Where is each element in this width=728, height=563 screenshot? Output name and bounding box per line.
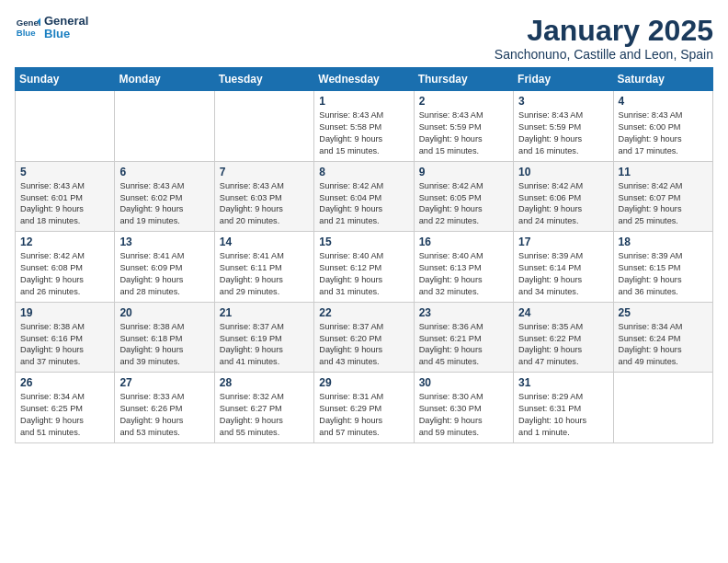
calendar-cell-w3-d2: 13Sunrise: 8:41 AM Sunset: 6:09 PM Dayli… xyxy=(115,232,214,303)
day-number-14: 14 xyxy=(220,236,309,248)
day-number-10: 10 xyxy=(518,166,608,178)
calendar-week-1: 1Sunrise: 8:43 AM Sunset: 5:58 PM Daylig… xyxy=(16,91,713,162)
calendar-cell-w5-d5: 30Sunrise: 8:30 AM Sunset: 6:30 PM Dayli… xyxy=(414,373,513,443)
day-info-10: Sunrise: 8:42 AM Sunset: 6:06 PM Dayligh… xyxy=(518,180,608,228)
calendar-cell-w5-d7 xyxy=(613,373,712,443)
day-number-13: 13 xyxy=(119,236,209,248)
day-number-7: 7 xyxy=(220,166,309,178)
day-info-26: Sunrise: 8:34 AM Sunset: 6:25 PM Dayligh… xyxy=(20,391,109,439)
day-number-27: 27 xyxy=(119,376,209,389)
day-number-17: 17 xyxy=(518,236,608,248)
col-friday: Friday xyxy=(514,68,613,91)
day-info-5: Sunrise: 8:43 AM Sunset: 6:01 PM Dayligh… xyxy=(20,180,109,228)
day-number-8: 8 xyxy=(319,166,408,178)
location-subtitle: Sanchonuno, Castille and Leon, Spain xyxy=(495,47,713,62)
col-thursday: Thursday xyxy=(414,68,513,91)
day-info-8: Sunrise: 8:42 AM Sunset: 6:04 PM Dayligh… xyxy=(319,180,408,228)
header: General Blue General Blue January 2025 S… xyxy=(15,15,713,62)
day-info-2: Sunrise: 8:43 AM Sunset: 5:59 PM Dayligh… xyxy=(419,109,508,157)
day-number-19: 19 xyxy=(20,306,109,319)
day-info-25: Sunrise: 8:34 AM Sunset: 6:24 PM Dayligh… xyxy=(619,321,708,369)
day-info-12: Sunrise: 8:42 AM Sunset: 6:08 PM Dayligh… xyxy=(20,250,109,298)
calendar-cell-w2-d6: 10Sunrise: 8:42 AM Sunset: 6:06 PM Dayli… xyxy=(514,161,613,232)
calendar-cell-w3-d7: 18Sunrise: 8:39 AM Sunset: 6:15 PM Dayli… xyxy=(613,232,712,303)
day-number-2: 2 xyxy=(419,95,508,108)
day-number-30: 30 xyxy=(419,376,508,389)
calendar-cell-w5-d6: 31Sunrise: 8:29 AM Sunset: 6:31 PM Dayli… xyxy=(514,373,613,443)
svg-text:Blue: Blue xyxy=(17,28,36,38)
day-info-19: Sunrise: 8:38 AM Sunset: 6:16 PM Dayligh… xyxy=(20,321,109,369)
day-info-4: Sunrise: 8:43 AM Sunset: 6:00 PM Dayligh… xyxy=(619,109,708,157)
calendar-cell-w4-d3: 21Sunrise: 8:37 AM Sunset: 6:19 PM Dayli… xyxy=(214,302,313,373)
col-monday: Monday xyxy=(115,68,214,91)
calendar-cell-w1-d3 xyxy=(214,91,313,162)
logo-text-line1: General xyxy=(44,15,88,28)
calendar-cell-w4-d6: 24Sunrise: 8:35 AM Sunset: 6:22 PM Dayli… xyxy=(514,302,613,373)
calendar-cell-w2-d3: 7Sunrise: 8:43 AM Sunset: 6:03 PM Daylig… xyxy=(214,161,313,232)
day-info-30: Sunrise: 8:30 AM Sunset: 6:30 PM Dayligh… xyxy=(419,391,508,439)
col-saturday: Saturday xyxy=(613,68,712,91)
day-number-31: 31 xyxy=(518,376,608,389)
day-number-12: 12 xyxy=(20,236,109,248)
calendar-cell-w2-d2: 6Sunrise: 8:43 AM Sunset: 6:02 PM Daylig… xyxy=(115,161,214,232)
calendar-week-4: 19Sunrise: 8:38 AM Sunset: 6:16 PM Dayli… xyxy=(16,302,713,373)
calendar-cell-w3-d3: 14Sunrise: 8:41 AM Sunset: 6:11 PM Dayli… xyxy=(214,232,313,303)
calendar-cell-w4-d4: 22Sunrise: 8:37 AM Sunset: 6:20 PM Dayli… xyxy=(314,302,414,373)
calendar-cell-w5-d4: 29Sunrise: 8:31 AM Sunset: 6:29 PM Dayli… xyxy=(314,373,414,443)
calendar-week-2: 5Sunrise: 8:43 AM Sunset: 6:01 PM Daylig… xyxy=(16,161,713,232)
logo-icon: General Blue xyxy=(15,15,40,40)
day-number-5: 5 xyxy=(20,166,109,178)
col-tuesday: Tuesday xyxy=(214,68,313,91)
day-number-26: 26 xyxy=(20,376,109,389)
day-number-4: 4 xyxy=(619,95,708,108)
svg-text:General: General xyxy=(17,18,40,29)
calendar-cell-w3-d6: 17Sunrise: 8:39 AM Sunset: 6:14 PM Dayli… xyxy=(514,232,613,303)
calendar-cell-w2-d1: 5Sunrise: 8:43 AM Sunset: 6:01 PM Daylig… xyxy=(16,161,115,232)
day-number-25: 25 xyxy=(619,306,708,319)
calendar-cell-w2-d4: 8Sunrise: 8:42 AM Sunset: 6:04 PM Daylig… xyxy=(314,161,414,232)
day-number-24: 24 xyxy=(518,306,608,319)
logo-text-line2: Blue xyxy=(44,28,88,40)
day-info-15: Sunrise: 8:40 AM Sunset: 6:12 PM Dayligh… xyxy=(319,250,408,298)
day-info-31: Sunrise: 8:29 AM Sunset: 6:31 PM Dayligh… xyxy=(518,391,608,439)
day-info-21: Sunrise: 8:37 AM Sunset: 6:19 PM Dayligh… xyxy=(220,321,309,369)
day-info-3: Sunrise: 8:43 AM Sunset: 5:59 PM Dayligh… xyxy=(518,109,608,157)
calendar-cell-w3-d1: 12Sunrise: 8:42 AM Sunset: 6:08 PM Dayli… xyxy=(16,232,115,303)
calendar-cell-w1-d4: 1Sunrise: 8:43 AM Sunset: 5:58 PM Daylig… xyxy=(314,91,414,162)
day-info-1: Sunrise: 8:43 AM Sunset: 5:58 PM Dayligh… xyxy=(319,109,408,157)
day-number-9: 9 xyxy=(419,166,508,178)
day-info-6: Sunrise: 8:43 AM Sunset: 6:02 PM Dayligh… xyxy=(119,180,209,228)
day-info-17: Sunrise: 8:39 AM Sunset: 6:14 PM Dayligh… xyxy=(518,250,608,298)
logo: General Blue General Blue xyxy=(15,15,88,41)
day-info-7: Sunrise: 8:43 AM Sunset: 6:03 PM Dayligh… xyxy=(220,180,309,228)
calendar-cell-w4-d5: 23Sunrise: 8:36 AM Sunset: 6:21 PM Dayli… xyxy=(414,302,513,373)
day-number-21: 21 xyxy=(220,306,309,319)
calendar-week-5: 26Sunrise: 8:34 AM Sunset: 6:25 PM Dayli… xyxy=(16,373,713,443)
day-number-20: 20 xyxy=(119,306,209,319)
day-number-11: 11 xyxy=(619,166,708,178)
calendar-cell-w1-d5: 2Sunrise: 8:43 AM Sunset: 5:59 PM Daylig… xyxy=(414,91,513,162)
calendar-cell-w1-d1 xyxy=(16,91,115,162)
col-wednesday: Wednesday xyxy=(314,68,414,91)
day-info-9: Sunrise: 8:42 AM Sunset: 6:05 PM Dayligh… xyxy=(419,180,508,228)
calendar-table: Sunday Monday Tuesday Wednesday Thursday… xyxy=(15,67,713,443)
page-container: General Blue General Blue January 2025 S… xyxy=(0,0,728,451)
calendar-cell-w4-d2: 20Sunrise: 8:38 AM Sunset: 6:18 PM Dayli… xyxy=(115,302,214,373)
calendar-cell-w1-d6: 3Sunrise: 8:43 AM Sunset: 5:59 PM Daylig… xyxy=(514,91,613,162)
day-info-24: Sunrise: 8:35 AM Sunset: 6:22 PM Dayligh… xyxy=(518,321,608,369)
day-info-23: Sunrise: 8:36 AM Sunset: 6:21 PM Dayligh… xyxy=(419,321,508,369)
day-info-18: Sunrise: 8:39 AM Sunset: 6:15 PM Dayligh… xyxy=(619,250,708,298)
calendar-cell-w2-d5: 9Sunrise: 8:42 AM Sunset: 6:05 PM Daylig… xyxy=(414,161,513,232)
day-number-3: 3 xyxy=(518,95,608,108)
calendar-header-row: Sunday Monday Tuesday Wednesday Thursday… xyxy=(16,68,713,91)
month-title: January 2025 xyxy=(495,15,713,47)
day-number-23: 23 xyxy=(419,306,508,319)
calendar-cell-w5-d1: 26Sunrise: 8:34 AM Sunset: 6:25 PM Dayli… xyxy=(16,373,115,443)
day-info-20: Sunrise: 8:38 AM Sunset: 6:18 PM Dayligh… xyxy=(119,321,209,369)
day-number-1: 1 xyxy=(319,95,408,108)
day-info-22: Sunrise: 8:37 AM Sunset: 6:20 PM Dayligh… xyxy=(319,321,408,369)
calendar-cell-w1-d7: 4Sunrise: 8:43 AM Sunset: 6:00 PM Daylig… xyxy=(613,91,712,162)
day-number-22: 22 xyxy=(319,306,408,319)
day-number-29: 29 xyxy=(319,376,408,389)
calendar-week-3: 12Sunrise: 8:42 AM Sunset: 6:08 PM Dayli… xyxy=(16,232,713,303)
